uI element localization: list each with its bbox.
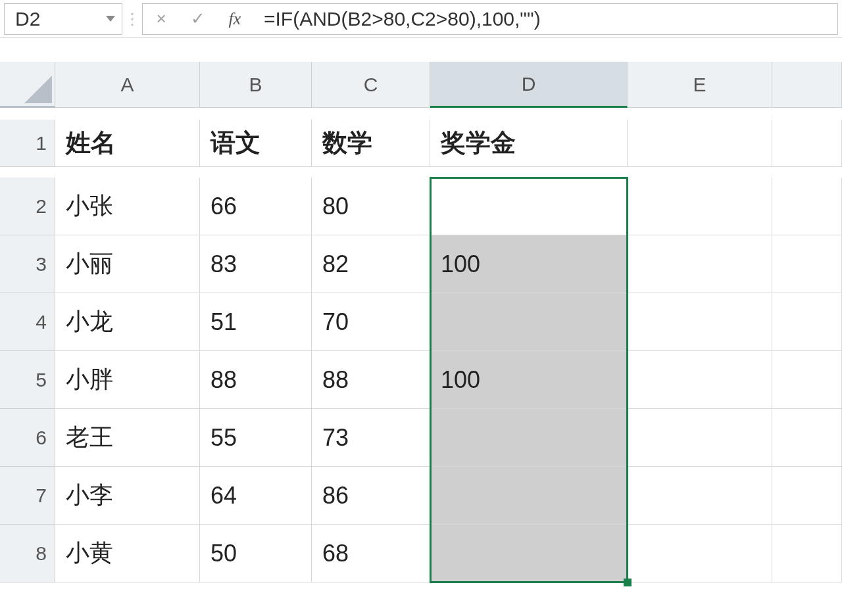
enter-button[interactable]: ✓ — [180, 4, 216, 34]
cell-B4[interactable]: 51 — [200, 293, 312, 351]
col-header-extra[interactable] — [772, 62, 842, 108]
row-header-3[interactable]: 3 — [0, 235, 55, 293]
cell-E4[interactable] — [628, 293, 772, 351]
cell-B7[interactable]: 64 — [200, 467, 312, 525]
row-header-1[interactable]: 1 — [0, 120, 55, 167]
row-header-8[interactable]: 8 — [0, 525, 55, 582]
formula-input[interactable] — [253, 4, 837, 34]
cell-C7[interactable]: 86 — [312, 467, 430, 525]
cell-A7[interactable]: 小李 — [55, 467, 200, 525]
cell-F8[interactable] — [772, 525, 842, 582]
cell-A2[interactable]: 小张 — [55, 178, 200, 235]
cell-F1[interactable] — [772, 120, 842, 167]
fx-icon: fx — [229, 9, 241, 29]
cell-A8[interactable]: 小黄 — [55, 525, 200, 582]
insert-function-button[interactable]: fx — [216, 4, 253, 34]
cell-F3[interactable] — [772, 235, 842, 293]
cell-B3[interactable]: 83 — [200, 235, 312, 293]
cell-B1[interactable]: 语文 — [200, 120, 312, 167]
formula-separator — [122, 10, 142, 28]
cell-B6[interactable]: 55 — [200, 409, 312, 467]
cell-F6[interactable] — [772, 409, 842, 467]
cell-E1[interactable] — [628, 120, 772, 167]
cell-D2[interactable] — [430, 178, 628, 235]
cell-D3[interactable]: 100 — [430, 235, 628, 293]
cell-B2[interactable]: 66 — [200, 178, 312, 235]
cell-E8[interactable] — [628, 525, 772, 582]
row-header-2[interactable]: 2 — [0, 178, 55, 235]
cell-B5[interactable]: 88 — [200, 351, 312, 409]
row-header-7[interactable]: 7 — [0, 467, 55, 525]
cell-C6[interactable]: 73 — [312, 409, 430, 467]
row-header-5[interactable]: 5 — [0, 351, 55, 409]
cell-A4[interactable]: 小龙 — [55, 293, 200, 351]
cell-C8[interactable]: 68 — [312, 525, 430, 582]
name-box[interactable]: D2 — [4, 3, 122, 35]
chevron-down-icon[interactable] — [106, 16, 115, 22]
cell-B8[interactable]: 50 — [200, 525, 312, 582]
col-header-B[interactable]: B — [200, 62, 312, 108]
cell-E2[interactable] — [628, 178, 772, 235]
cell-A3[interactable]: 小丽 — [55, 235, 200, 293]
cell-E3[interactable] — [628, 235, 772, 293]
cell-F5[interactable] — [772, 351, 842, 409]
cell-D1[interactable]: 奖学金 — [430, 120, 628, 167]
col-header-D[interactable]: D — [430, 62, 628, 108]
cell-D7[interactable] — [430, 467, 628, 525]
cell-C4[interactable]: 70 — [312, 293, 430, 351]
cell-C3[interactable]: 82 — [312, 235, 430, 293]
cancel-button[interactable]: × — [143, 4, 180, 34]
select-all-button[interactable] — [0, 62, 55, 108]
cell-A5[interactable]: 小胖 — [55, 351, 200, 409]
cell-A1[interactable]: 姓名 — [55, 120, 200, 167]
row-header-6[interactable]: 6 — [0, 409, 55, 467]
spreadsheet-grid[interactable]: A B C D E 1 姓名 语文 数学 奖学金 2 小张 66 80 3 小丽… — [0, 62, 842, 582]
cell-E7[interactable] — [628, 467, 772, 525]
cell-C1[interactable]: 数学 — [312, 120, 430, 167]
cell-E6[interactable] — [628, 409, 772, 467]
cell-D4[interactable] — [430, 293, 628, 351]
cell-E5[interactable] — [628, 351, 772, 409]
cell-D8[interactable] — [430, 525, 628, 582]
cell-C5[interactable]: 88 — [312, 351, 430, 409]
formula-controls: × ✓ fx — [142, 3, 838, 35]
name-box-value: D2 — [15, 8, 101, 30]
close-icon: × — [156, 9, 166, 29]
col-header-A[interactable]: A — [55, 62, 200, 108]
cell-F4[interactable] — [772, 293, 842, 351]
cell-A6[interactable]: 老王 — [55, 409, 200, 467]
cell-F2[interactable] — [772, 178, 842, 235]
row-header-4[interactable]: 4 — [0, 293, 55, 351]
col-header-C[interactable]: C — [312, 62, 430, 108]
cell-D5[interactable]: 100 — [430, 351, 628, 409]
col-header-E[interactable]: E — [628, 62, 772, 108]
cell-D6[interactable] — [430, 409, 628, 467]
cell-F7[interactable] — [772, 467, 842, 525]
formula-bar: D2 × ✓ fx — [0, 0, 842, 38]
check-icon: ✓ — [191, 9, 205, 29]
cell-C2[interactable]: 80 — [312, 178, 430, 235]
